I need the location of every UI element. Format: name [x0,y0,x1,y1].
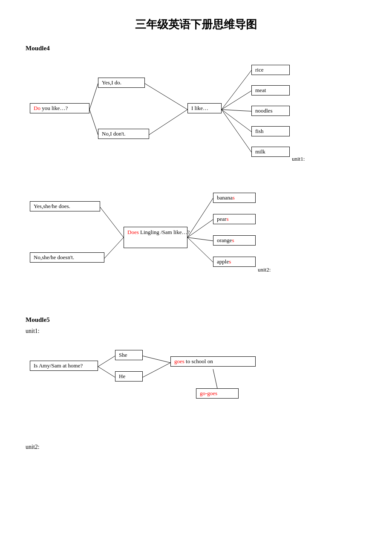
module5-title: Moudle5 [26,316,366,324]
module4-title: Moudle4 [26,45,366,52]
svg-line-8 [222,110,251,152]
svg-line-18 [98,367,115,377]
svg-line-1 [89,110,98,135]
svg-line-5 [222,91,251,110]
svg-line-21 [213,369,217,388]
module4-diagram1: Do you like…? Yes,I do. No,I don't. I li… [26,56,366,184]
svg-line-3 [149,110,187,135]
svg-line-10 [100,207,124,237]
svg-line-2 [145,84,187,110]
svg-text:unit1:: unit1: [292,156,305,162]
svg-line-4 [222,70,251,110]
svg-line-20 [143,363,170,377]
svg-line-17 [98,356,115,367]
svg-line-6 [222,110,251,111]
svg-text:unit2:: unit2: [258,266,271,273]
svg-line-14 [187,237,213,241]
svg-line-19 [143,356,170,363]
svg-line-13 [187,220,213,237]
module5-unit1-label: unit1: [26,328,366,335]
svg-line-7 [222,110,251,132]
svg-line-15 [187,237,213,262]
svg-line-0 [89,84,98,110]
module4-diagram2: Yes,she/he does. No,she/he doesn't. Does… [26,188,366,308]
svg-line-12 [187,198,213,237]
module5-diagram3: Is Amy/Sam at home? She He goes to schoo… [26,337,366,431]
module5-unit2-label: unit2: [26,444,366,451]
svg-line-11 [104,237,124,258]
page-title: 三年级英语下册思维导图 [26,17,366,32]
